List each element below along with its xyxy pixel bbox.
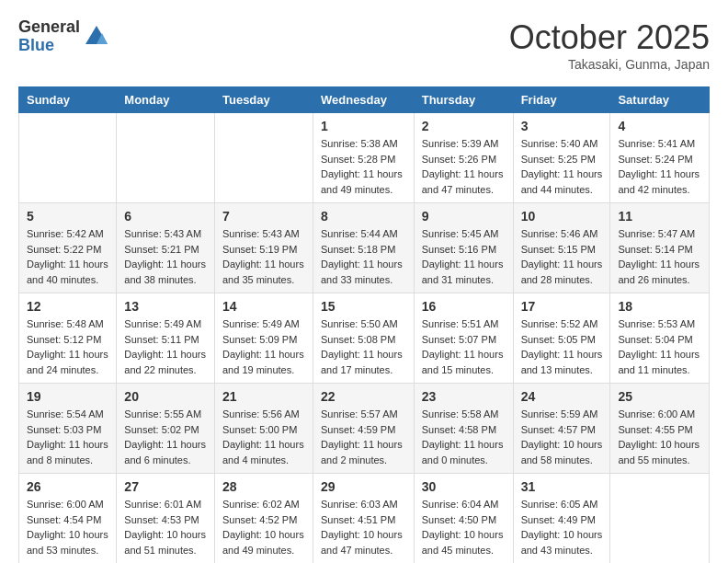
calendar-cell: 30Sunrise: 6:04 AMSunset: 4:50 PMDayligh…	[414, 474, 513, 564]
calendar-cell: 21Sunrise: 5:56 AMSunset: 5:00 PMDayligh…	[214, 384, 313, 474]
day-info: Sunrise: 5:45 AMSunset: 5:16 PMDaylight:…	[422, 226, 506, 287]
day-number: 25	[618, 389, 701, 404]
day-info: Sunrise: 5:58 AMSunset: 4:58 PMDaylight:…	[422, 407, 506, 467]
calendar-cell: 24Sunrise: 5:59 AMSunset: 4:57 PMDayligh…	[513, 384, 610, 474]
calendar-cell: 11Sunrise: 5:47 AMSunset: 5:14 PMDayligh…	[610, 203, 710, 293]
page-header: General Blue October 2025 Takasaki, Gunm…	[18, 18, 710, 72]
day-info: Sunrise: 6:03 AMSunset: 4:51 PMDaylight:…	[321, 497, 406, 557]
day-info: Sunrise: 5:54 AMSunset: 5:03 PMDaylight:…	[27, 407, 108, 467]
day-number: 23	[422, 389, 506, 404]
day-number: 5	[27, 209, 108, 224]
day-number: 7	[222, 209, 305, 224]
col-header-thursday: Thursday	[414, 87, 513, 113]
calendar-cell: 10Sunrise: 5:46 AMSunset: 5:15 PMDayligh…	[513, 203, 610, 293]
logo: General Blue	[18, 18, 109, 55]
title-block: October 2025 Takasaki, Gunma, Japan	[509, 18, 710, 72]
calendar-week-row: 19Sunrise: 5:54 AMSunset: 5:03 PMDayligh…	[19, 384, 710, 474]
calendar-cell: 14Sunrise: 5:49 AMSunset: 5:09 PMDayligh…	[214, 293, 313, 384]
calendar-cell: 9Sunrise: 5:45 AMSunset: 5:16 PMDaylight…	[414, 203, 513, 293]
day-info: Sunrise: 5:59 AMSunset: 4:57 PMDaylight:…	[521, 407, 603, 467]
calendar-cell	[610, 474, 710, 564]
col-header-wednesday: Wednesday	[313, 87, 414, 113]
calendar-cell: 17Sunrise: 5:52 AMSunset: 5:05 PMDayligh…	[513, 293, 610, 384]
col-header-saturday: Saturday	[610, 87, 710, 113]
day-number: 26	[27, 479, 108, 494]
calendar-cell: 6Sunrise: 5:43 AMSunset: 5:21 PMDaylight…	[117, 203, 215, 293]
calendar-week-row: 26Sunrise: 6:00 AMSunset: 4:54 PMDayligh…	[19, 474, 710, 564]
col-header-tuesday: Tuesday	[214, 87, 313, 113]
day-number: 28	[222, 479, 305, 494]
day-info: Sunrise: 5:48 AMSunset: 5:12 PMDaylight:…	[27, 316, 108, 377]
day-number: 8	[321, 209, 406, 224]
calendar-cell: 15Sunrise: 5:50 AMSunset: 5:08 PMDayligh…	[313, 293, 414, 384]
day-info: Sunrise: 5:43 AMSunset: 5:21 PMDaylight:…	[124, 226, 207, 287]
day-info: Sunrise: 5:47 AMSunset: 5:14 PMDaylight:…	[618, 226, 701, 287]
day-info: Sunrise: 5:41 AMSunset: 5:24 PMDaylight:…	[618, 136, 701, 197]
day-info: Sunrise: 5:49 AMSunset: 5:09 PMDaylight:…	[222, 316, 305, 377]
day-number: 30	[422, 479, 506, 494]
day-number: 4	[618, 119, 701, 133]
calendar-week-row: 5Sunrise: 5:42 AMSunset: 5:22 PMDaylight…	[19, 203, 710, 293]
calendar-cell: 18Sunrise: 5:53 AMSunset: 5:04 PMDayligh…	[610, 293, 710, 384]
calendar-cell: 4Sunrise: 5:41 AMSunset: 5:24 PMDaylight…	[610, 113, 710, 203]
calendar-cell	[117, 113, 215, 203]
calendar-cell: 27Sunrise: 6:01 AMSunset: 4:53 PMDayligh…	[117, 474, 215, 564]
calendar-cell	[214, 113, 313, 203]
day-number: 29	[321, 479, 406, 494]
day-info: Sunrise: 5:38 AMSunset: 5:28 PMDaylight:…	[321, 136, 406, 197]
calendar-table: SundayMondayTuesdayWednesdayThursdayFrid…	[18, 86, 710, 563]
calendar-cell: 31Sunrise: 6:05 AMSunset: 4:49 PMDayligh…	[513, 474, 610, 564]
day-info: Sunrise: 5:49 AMSunset: 5:11 PMDaylight:…	[124, 316, 207, 377]
day-info: Sunrise: 5:43 AMSunset: 5:19 PMDaylight:…	[222, 226, 305, 287]
day-number: 15	[321, 299, 406, 314]
day-info: Sunrise: 5:52 AMSunset: 5:05 PMDaylight:…	[521, 316, 603, 377]
day-number: 1	[321, 119, 406, 133]
calendar-cell: 8Sunrise: 5:44 AMSunset: 5:18 PMDaylight…	[313, 203, 414, 293]
day-info: Sunrise: 5:56 AMSunset: 5:00 PMDaylight:…	[222, 407, 305, 467]
location: Takasaki, Gunma, Japan	[509, 57, 710, 72]
day-info: Sunrise: 6:00 AMSunset: 4:54 PMDaylight:…	[27, 497, 108, 557]
day-number: 12	[27, 299, 108, 314]
day-number: 3	[521, 119, 603, 133]
day-number: 19	[27, 389, 108, 404]
calendar-cell: 22Sunrise: 5:57 AMSunset: 4:59 PMDayligh…	[313, 384, 414, 474]
calendar-cell: 3Sunrise: 5:40 AMSunset: 5:25 PMDaylight…	[513, 113, 610, 203]
calendar-cell: 23Sunrise: 5:58 AMSunset: 4:58 PMDayligh…	[414, 384, 513, 474]
day-info: Sunrise: 5:46 AMSunset: 5:15 PMDaylight:…	[521, 226, 603, 287]
day-info: Sunrise: 6:05 AMSunset: 4:49 PMDaylight:…	[521, 497, 603, 557]
day-info: Sunrise: 5:51 AMSunset: 5:07 PMDaylight:…	[422, 316, 506, 377]
logo-general-text: General	[18, 18, 80, 37]
day-info: Sunrise: 5:55 AMSunset: 5:02 PMDaylight:…	[124, 407, 207, 467]
day-number: 31	[521, 479, 603, 494]
calendar-cell: 28Sunrise: 6:02 AMSunset: 4:52 PMDayligh…	[214, 474, 313, 564]
day-number: 6	[124, 209, 207, 224]
day-number: 11	[618, 209, 701, 224]
day-number: 27	[124, 479, 207, 494]
calendar-cell: 7Sunrise: 5:43 AMSunset: 5:19 PMDaylight…	[214, 203, 313, 293]
logo-icon	[84, 24, 109, 50]
day-number: 9	[422, 209, 506, 224]
calendar-cell: 1Sunrise: 5:38 AMSunset: 5:28 PMDaylight…	[313, 113, 414, 203]
day-info: Sunrise: 5:40 AMSunset: 5:25 PMDaylight:…	[521, 136, 603, 197]
day-number: 21	[222, 389, 305, 404]
day-number: 24	[521, 389, 603, 404]
day-number: 13	[124, 299, 207, 314]
day-info: Sunrise: 6:01 AMSunset: 4:53 PMDaylight:…	[124, 497, 207, 557]
calendar-cell: 12Sunrise: 5:48 AMSunset: 5:12 PMDayligh…	[19, 293, 117, 384]
calendar-cell: 5Sunrise: 5:42 AMSunset: 5:22 PMDaylight…	[19, 203, 117, 293]
col-header-friday: Friday	[513, 87, 610, 113]
day-number: 14	[222, 299, 305, 314]
calendar-cell: 19Sunrise: 5:54 AMSunset: 5:03 PMDayligh…	[19, 384, 117, 474]
day-info: Sunrise: 5:53 AMSunset: 5:04 PMDaylight:…	[618, 316, 701, 377]
day-number: 10	[521, 209, 603, 224]
calendar-cell	[19, 113, 117, 203]
day-number: 20	[124, 389, 207, 404]
col-header-monday: Monday	[117, 87, 215, 113]
calendar-cell: 13Sunrise: 5:49 AMSunset: 5:11 PMDayligh…	[117, 293, 215, 384]
calendar-cell: 16Sunrise: 5:51 AMSunset: 5:07 PMDayligh…	[414, 293, 513, 384]
calendar-cell: 29Sunrise: 6:03 AMSunset: 4:51 PMDayligh…	[313, 474, 414, 564]
day-number: 18	[618, 299, 701, 314]
day-info: Sunrise: 5:39 AMSunset: 5:26 PMDaylight:…	[422, 136, 506, 197]
calendar-cell: 26Sunrise: 6:00 AMSunset: 4:54 PMDayligh…	[19, 474, 117, 564]
day-info: Sunrise: 6:02 AMSunset: 4:52 PMDaylight:…	[222, 497, 305, 557]
